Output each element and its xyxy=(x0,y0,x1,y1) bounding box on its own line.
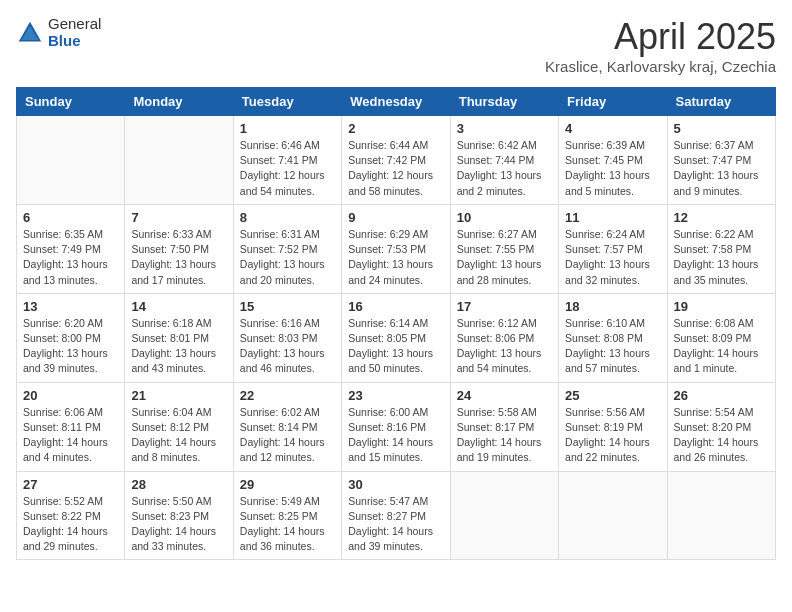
day-number: 11 xyxy=(565,210,660,225)
col-tuesday: Tuesday xyxy=(233,88,341,116)
day-info: Sunrise: 6:00 AM Sunset: 8:16 PM Dayligh… xyxy=(348,405,443,466)
day-number: 26 xyxy=(674,388,769,403)
day-number: 13 xyxy=(23,299,118,314)
day-info: Sunrise: 5:56 AM Sunset: 8:19 PM Dayligh… xyxy=(565,405,660,466)
calendar-cell xyxy=(667,471,775,560)
calendar-cell: 4Sunrise: 6:39 AM Sunset: 7:45 PM Daylig… xyxy=(559,116,667,205)
day-info: Sunrise: 6:44 AM Sunset: 7:42 PM Dayligh… xyxy=(348,138,443,199)
week-row-5: 27Sunrise: 5:52 AM Sunset: 8:22 PM Dayli… xyxy=(17,471,776,560)
day-info: Sunrise: 6:08 AM Sunset: 8:09 PM Dayligh… xyxy=(674,316,769,377)
day-number: 6 xyxy=(23,210,118,225)
day-number: 3 xyxy=(457,121,552,136)
calendar-cell xyxy=(17,116,125,205)
day-number: 29 xyxy=(240,477,335,492)
day-number: 12 xyxy=(674,210,769,225)
day-info: Sunrise: 5:50 AM Sunset: 8:23 PM Dayligh… xyxy=(131,494,226,555)
day-info: Sunrise: 6:22 AM Sunset: 7:58 PM Dayligh… xyxy=(674,227,769,288)
day-info: Sunrise: 6:10 AM Sunset: 8:08 PM Dayligh… xyxy=(565,316,660,377)
day-number: 16 xyxy=(348,299,443,314)
calendar-cell: 20Sunrise: 6:06 AM Sunset: 8:11 PM Dayli… xyxy=(17,382,125,471)
col-wednesday: Wednesday xyxy=(342,88,450,116)
calendar-cell: 16Sunrise: 6:14 AM Sunset: 8:05 PM Dayli… xyxy=(342,293,450,382)
calendar-cell: 12Sunrise: 6:22 AM Sunset: 7:58 PM Dayli… xyxy=(667,204,775,293)
day-info: Sunrise: 5:47 AM Sunset: 8:27 PM Dayligh… xyxy=(348,494,443,555)
day-info: Sunrise: 6:16 AM Sunset: 8:03 PM Dayligh… xyxy=(240,316,335,377)
calendar-cell: 2Sunrise: 6:44 AM Sunset: 7:42 PM Daylig… xyxy=(342,116,450,205)
calendar-cell: 23Sunrise: 6:00 AM Sunset: 8:16 PM Dayli… xyxy=(342,382,450,471)
day-number: 27 xyxy=(23,477,118,492)
day-number: 14 xyxy=(131,299,226,314)
day-info: Sunrise: 6:46 AM Sunset: 7:41 PM Dayligh… xyxy=(240,138,335,199)
day-info: Sunrise: 6:27 AM Sunset: 7:55 PM Dayligh… xyxy=(457,227,552,288)
week-row-4: 20Sunrise: 6:06 AM Sunset: 8:11 PM Dayli… xyxy=(17,382,776,471)
day-number: 15 xyxy=(240,299,335,314)
day-info: Sunrise: 5:49 AM Sunset: 8:25 PM Dayligh… xyxy=(240,494,335,555)
calendar-cell: 18Sunrise: 6:10 AM Sunset: 8:08 PM Dayli… xyxy=(559,293,667,382)
day-number: 7 xyxy=(131,210,226,225)
day-number: 24 xyxy=(457,388,552,403)
calendar-cell: 8Sunrise: 6:31 AM Sunset: 7:52 PM Daylig… xyxy=(233,204,341,293)
day-number: 9 xyxy=(348,210,443,225)
day-number: 1 xyxy=(240,121,335,136)
day-number: 21 xyxy=(131,388,226,403)
title-section: April 2025 Kraslice, Karlovarsky kraj, C… xyxy=(545,16,776,75)
header-row: Sunday Monday Tuesday Wednesday Thursday… xyxy=(17,88,776,116)
calendar-cell: 9Sunrise: 6:29 AM Sunset: 7:53 PM Daylig… xyxy=(342,204,450,293)
day-info: Sunrise: 6:02 AM Sunset: 8:14 PM Dayligh… xyxy=(240,405,335,466)
calendar-cell: 21Sunrise: 6:04 AM Sunset: 8:12 PM Dayli… xyxy=(125,382,233,471)
day-number: 25 xyxy=(565,388,660,403)
day-info: Sunrise: 6:12 AM Sunset: 8:06 PM Dayligh… xyxy=(457,316,552,377)
col-thursday: Thursday xyxy=(450,88,558,116)
day-info: Sunrise: 6:29 AM Sunset: 7:53 PM Dayligh… xyxy=(348,227,443,288)
col-monday: Monday xyxy=(125,88,233,116)
day-number: 8 xyxy=(240,210,335,225)
day-info: Sunrise: 6:31 AM Sunset: 7:52 PM Dayligh… xyxy=(240,227,335,288)
day-info: Sunrise: 6:04 AM Sunset: 8:12 PM Dayligh… xyxy=(131,405,226,466)
day-info: Sunrise: 6:37 AM Sunset: 7:47 PM Dayligh… xyxy=(674,138,769,199)
col-friday: Friday xyxy=(559,88,667,116)
day-info: Sunrise: 6:24 AM Sunset: 7:57 PM Dayligh… xyxy=(565,227,660,288)
calendar-cell xyxy=(450,471,558,560)
day-number: 30 xyxy=(348,477,443,492)
day-number: 10 xyxy=(457,210,552,225)
calendar-cell: 11Sunrise: 6:24 AM Sunset: 7:57 PM Dayli… xyxy=(559,204,667,293)
day-info: Sunrise: 6:42 AM Sunset: 7:44 PM Dayligh… xyxy=(457,138,552,199)
calendar-cell: 30Sunrise: 5:47 AM Sunset: 8:27 PM Dayli… xyxy=(342,471,450,560)
calendar-cell xyxy=(559,471,667,560)
day-number: 18 xyxy=(565,299,660,314)
day-number: 17 xyxy=(457,299,552,314)
calendar-cell: 28Sunrise: 5:50 AM Sunset: 8:23 PM Dayli… xyxy=(125,471,233,560)
calendar-cell: 27Sunrise: 5:52 AM Sunset: 8:22 PM Dayli… xyxy=(17,471,125,560)
calendar-cell xyxy=(125,116,233,205)
day-number: 4 xyxy=(565,121,660,136)
day-info: Sunrise: 6:39 AM Sunset: 7:45 PM Dayligh… xyxy=(565,138,660,199)
calendar-cell: 6Sunrise: 6:35 AM Sunset: 7:49 PM Daylig… xyxy=(17,204,125,293)
day-number: 19 xyxy=(674,299,769,314)
logo-icon xyxy=(16,19,44,47)
calendar-cell: 14Sunrise: 6:18 AM Sunset: 8:01 PM Dayli… xyxy=(125,293,233,382)
calendar-cell: 13Sunrise: 6:20 AM Sunset: 8:00 PM Dayli… xyxy=(17,293,125,382)
week-row-2: 6Sunrise: 6:35 AM Sunset: 7:49 PM Daylig… xyxy=(17,204,776,293)
logo-blue: Blue xyxy=(48,33,101,50)
calendar-cell: 24Sunrise: 5:58 AM Sunset: 8:17 PM Dayli… xyxy=(450,382,558,471)
header: General Blue April 2025 Kraslice, Karlov… xyxy=(16,16,776,75)
day-info: Sunrise: 6:35 AM Sunset: 7:49 PM Dayligh… xyxy=(23,227,118,288)
logo: General Blue xyxy=(16,16,101,49)
calendar-cell: 5Sunrise: 6:37 AM Sunset: 7:47 PM Daylig… xyxy=(667,116,775,205)
logo-text: General Blue xyxy=(48,16,101,49)
day-info: Sunrise: 6:20 AM Sunset: 8:00 PM Dayligh… xyxy=(23,316,118,377)
col-saturday: Saturday xyxy=(667,88,775,116)
day-number: 23 xyxy=(348,388,443,403)
day-info: Sunrise: 6:06 AM Sunset: 8:11 PM Dayligh… xyxy=(23,405,118,466)
week-row-1: 1Sunrise: 6:46 AM Sunset: 7:41 PM Daylig… xyxy=(17,116,776,205)
day-number: 2 xyxy=(348,121,443,136)
col-sunday: Sunday xyxy=(17,88,125,116)
calendar-cell: 26Sunrise: 5:54 AM Sunset: 8:20 PM Dayli… xyxy=(667,382,775,471)
month-title: April 2025 xyxy=(545,16,776,58)
calendar-cell: 25Sunrise: 5:56 AM Sunset: 8:19 PM Dayli… xyxy=(559,382,667,471)
calendar-cell: 19Sunrise: 6:08 AM Sunset: 8:09 PM Dayli… xyxy=(667,293,775,382)
day-number: 22 xyxy=(240,388,335,403)
day-info: Sunrise: 6:33 AM Sunset: 7:50 PM Dayligh… xyxy=(131,227,226,288)
day-info: Sunrise: 6:14 AM Sunset: 8:05 PM Dayligh… xyxy=(348,316,443,377)
location-title: Kraslice, Karlovarsky kraj, Czechia xyxy=(545,58,776,75)
